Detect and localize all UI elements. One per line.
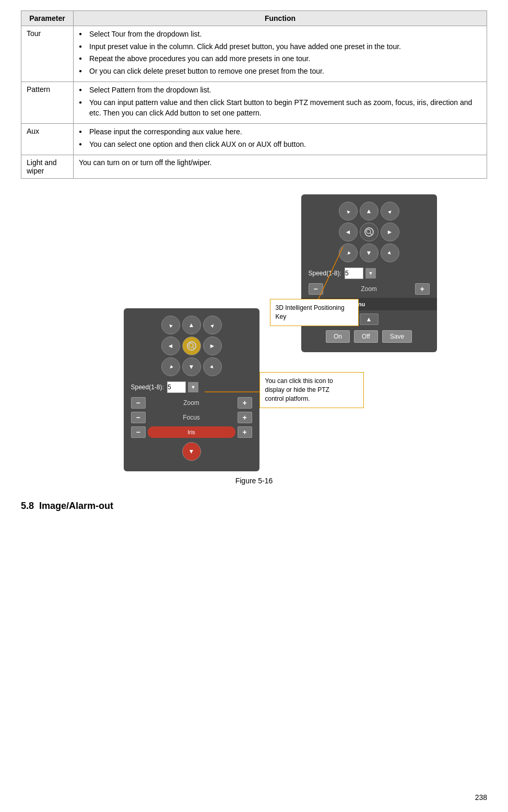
speed-dropdown-small[interactable]: ▼ (188, 382, 198, 392)
dir-btn-center[interactable] (360, 223, 379, 241)
dir-btn-lower-left[interactable] (339, 243, 358, 262)
list-item: You can input pattern value and then cli… (79, 98, 481, 118)
list-item: Please input the corresponding aux value… (79, 127, 481, 137)
zoom-label-small: Zoom (146, 399, 238, 407)
iris-row-small: − Iris + (129, 426, 254, 438)
list-item: Select Pattern from the dropdown list. (79, 85, 481, 96)
zoom-row-big: − Zoom + (306, 283, 432, 295)
dir-btn-lower-right[interactable] (381, 243, 399, 262)
callout-3d-positioning: 3D Intelligent PositioningKey (270, 299, 359, 326)
dir-btn-left[interactable] (339, 223, 358, 241)
focus-label-small: Focus (146, 414, 238, 421)
direction-grid-small (129, 316, 254, 376)
down-arrow-btn-small[interactable]: ▼ (182, 442, 201, 461)
dir-btn-small-center[interactable] (182, 337, 201, 355)
direction-grid-big (306, 202, 432, 262)
figure-caption: Figure 5-16 (235, 477, 273, 485)
svg-point-0 (367, 229, 371, 234)
dir-btn-upper-left[interactable] (339, 202, 358, 221)
param-lightwiper: Light and wiper (21, 155, 74, 179)
parameter-table: Parameter Function Tour Select Tour from… (21, 10, 487, 179)
ptz-panel-small: Speed(1-8): ▼ − Zoom + − Focus + − Iris … (124, 308, 259, 471)
func-lightwiper: You can turn on or turn off the light/wi… (74, 155, 487, 179)
list-item: Input preset value in the column. Click … (79, 42, 481, 52)
speed-label-big: Speed(1-8): (309, 270, 341, 277)
callout-click-text: You can click this icon todisplay or hid… (265, 377, 333, 402)
callout-click-icon: You can click this icon todisplay or hid… (259, 372, 364, 408)
zoom-label-big: Zoom (323, 285, 415, 293)
zoom-plus-big[interactable]: + (415, 283, 430, 295)
speed-row-small: Speed(1-8): ▼ (129, 381, 254, 393)
param-tour: Tour (21, 26, 74, 82)
param-aux: Aux (21, 124, 74, 155)
col-header-parameter: Parameter (21, 11, 74, 26)
list-item: Repeat the above procedures you can add … (79, 54, 481, 64)
table-row-lightwiper: Light and wiper You can turn on or turn … (21, 155, 487, 179)
dir-btn-small-right[interactable] (203, 337, 222, 355)
focus-row-small: − Focus + (129, 412, 254, 423)
func-aux: Please input the corresponding aux value… (74, 124, 487, 155)
dir-btn-down[interactable] (360, 243, 379, 262)
svg-line-3 (193, 347, 195, 349)
zoom-icon-small (187, 341, 196, 351)
speed-label-small: Speed(1-8): (131, 384, 164, 391)
iris-minus-small[interactable]: − (131, 426, 146, 438)
page-number: 238 (475, 793, 487, 802)
dir-btn-small-lower-left[interactable] (161, 357, 180, 376)
section-heading: 5.8 Image/Alarm-out (21, 501, 487, 512)
dir-btn-small-upper-right[interactable] (203, 316, 222, 334)
zoom-minus-small[interactable]: − (131, 397, 146, 409)
on-button-big[interactable]: On (326, 330, 350, 343)
focus-minus-small[interactable]: − (131, 412, 146, 423)
table-row-pattern: Pattern Select Pattern from the dropdown… (21, 82, 487, 124)
ptz-panel-big: Speed(1-8): ▼ − Zoom + PTZ Setting PTZ M… (301, 194, 437, 352)
figure-area: Speed(1-8): ▼ − Zoom + PTZ Setting PTZ M… (21, 194, 487, 485)
table-row-aux: Aux Please input the corresponding aux v… (21, 124, 487, 155)
zoom-plus-small[interactable]: + (238, 397, 252, 409)
dir-btn-up[interactable] (360, 202, 379, 221)
dir-btn-right[interactable] (381, 223, 399, 241)
section-number: 5.8 (21, 501, 34, 511)
panels-wrapper: Speed(1-8): ▼ − Zoom + PTZ Setting PTZ M… (72, 194, 437, 471)
dir-btn-small-left[interactable] (161, 337, 180, 355)
svg-point-2 (189, 343, 193, 347)
off-button-big[interactable]: Off (354, 330, 378, 343)
dir-btn-small-down[interactable] (182, 357, 201, 376)
iris-select-small[interactable]: Iris (148, 426, 235, 438)
up-arrow-btn-big[interactable]: ▲ (360, 314, 379, 325)
dir-btn-upper-right[interactable] (381, 202, 399, 221)
col-header-function: Function (74, 11, 487, 26)
speed-input-big[interactable] (345, 268, 363, 279)
speed-dropdown-big[interactable]: ▼ (365, 268, 376, 279)
speed-input-small[interactable] (167, 381, 186, 393)
callout-3d-text: 3D Intelligent PositioningKey (276, 304, 345, 320)
param-pattern: Pattern (21, 82, 74, 124)
list-item: Or you can click delete preset button to… (79, 66, 481, 77)
zoom-icon (364, 227, 374, 237)
down-arrow-row-small: ▼ (129, 442, 254, 461)
func-tour: Select Tour from the dropdown list. Inpu… (74, 26, 487, 82)
svg-line-1 (370, 233, 372, 235)
iris-plus-small[interactable]: + (238, 426, 252, 438)
save-button-big[interactable]: Save (382, 330, 412, 343)
focus-plus-small[interactable]: + (238, 412, 252, 423)
dir-btn-small-upper-left[interactable] (161, 316, 180, 334)
speed-row-big: Speed(1-8): ▼ (306, 268, 432, 279)
zoom-minus-big[interactable]: − (309, 283, 323, 295)
table-row-tour: Tour Select Tour from the dropdown list.… (21, 26, 487, 82)
zoom-row-small: − Zoom + (129, 397, 254, 409)
dir-btn-small-lower-right[interactable] (203, 357, 222, 376)
action-row-big: On Off Save (306, 328, 432, 345)
list-item: Select Tour from the dropdown list. (79, 29, 481, 40)
func-pattern: Select Pattern from the dropdown list. Y… (74, 82, 487, 124)
dir-btn-small-up[interactable] (182, 316, 201, 334)
section-title: Image/Alarm-out (39, 501, 113, 511)
list-item: You can select one option and then click… (79, 140, 481, 150)
